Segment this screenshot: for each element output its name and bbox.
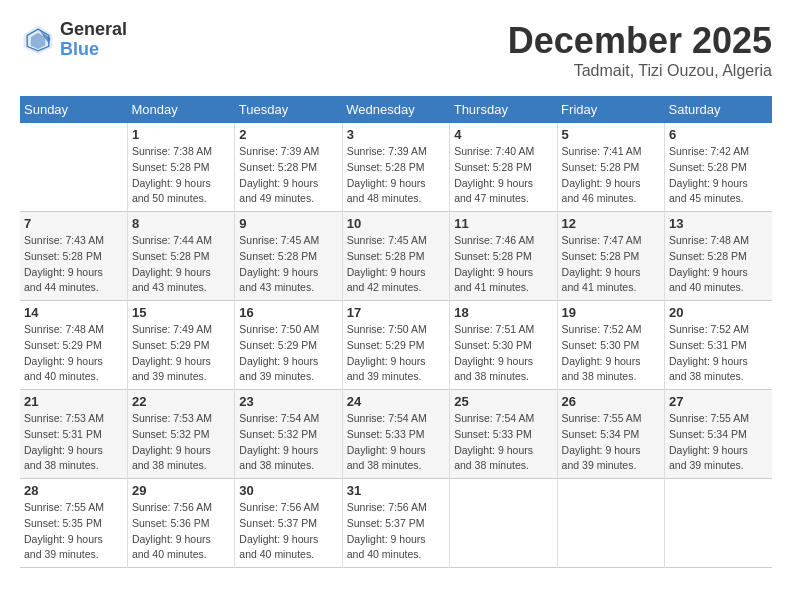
page-header: General Blue December 2025 Tadmait, Tizi… xyxy=(20,20,772,80)
day-number: 2 xyxy=(239,127,337,142)
day-number: 30 xyxy=(239,483,337,498)
day-number: 29 xyxy=(132,483,230,498)
calendar-cell xyxy=(557,479,664,568)
day-info: Sunrise: 7:56 AMSunset: 5:37 PMDaylight:… xyxy=(239,500,337,563)
day-number: 4 xyxy=(454,127,552,142)
calendar-cell: 11Sunrise: 7:46 AMSunset: 5:28 PMDayligh… xyxy=(450,212,557,301)
day-number: 26 xyxy=(562,394,660,409)
header-saturday: Saturday xyxy=(665,96,772,123)
day-info: Sunrise: 7:39 AMSunset: 5:28 PMDaylight:… xyxy=(239,144,337,207)
day-number: 8 xyxy=(132,216,230,231)
calendar-cell xyxy=(20,123,127,212)
day-number: 19 xyxy=(562,305,660,320)
day-info: Sunrise: 7:42 AMSunset: 5:28 PMDaylight:… xyxy=(669,144,768,207)
header-friday: Friday xyxy=(557,96,664,123)
calendar-cell: 13Sunrise: 7:48 AMSunset: 5:28 PMDayligh… xyxy=(665,212,772,301)
day-number: 14 xyxy=(24,305,123,320)
logo-general: General xyxy=(60,20,127,40)
day-info: Sunrise: 7:55 AMSunset: 5:35 PMDaylight:… xyxy=(24,500,123,563)
day-number: 27 xyxy=(669,394,768,409)
calendar-cell: 22Sunrise: 7:53 AMSunset: 5:32 PMDayligh… xyxy=(127,390,234,479)
calendar-cell: 23Sunrise: 7:54 AMSunset: 5:32 PMDayligh… xyxy=(235,390,342,479)
calendar-cell: 5Sunrise: 7:41 AMSunset: 5:28 PMDaylight… xyxy=(557,123,664,212)
calendar-cell xyxy=(665,479,772,568)
day-number: 16 xyxy=(239,305,337,320)
calendar-cell: 18Sunrise: 7:51 AMSunset: 5:30 PMDayligh… xyxy=(450,301,557,390)
calendar-week-2: 7Sunrise: 7:43 AMSunset: 5:28 PMDaylight… xyxy=(20,212,772,301)
header-sunday: Sunday xyxy=(20,96,127,123)
day-number: 10 xyxy=(347,216,445,231)
day-info: Sunrise: 7:39 AMSunset: 5:28 PMDaylight:… xyxy=(347,144,445,207)
day-info: Sunrise: 7:53 AMSunset: 5:32 PMDaylight:… xyxy=(132,411,230,474)
calendar-cell: 9Sunrise: 7:45 AMSunset: 5:28 PMDaylight… xyxy=(235,212,342,301)
logo-blue: Blue xyxy=(60,40,127,60)
day-number: 20 xyxy=(669,305,768,320)
day-info: Sunrise: 7:44 AMSunset: 5:28 PMDaylight:… xyxy=(132,233,230,296)
calendar-cell: 26Sunrise: 7:55 AMSunset: 5:34 PMDayligh… xyxy=(557,390,664,479)
day-number: 7 xyxy=(24,216,123,231)
calendar-week-1: 1Sunrise: 7:38 AMSunset: 5:28 PMDaylight… xyxy=(20,123,772,212)
calendar-cell: 14Sunrise: 7:48 AMSunset: 5:29 PMDayligh… xyxy=(20,301,127,390)
calendar-cell xyxy=(450,479,557,568)
calendar-week-5: 28Sunrise: 7:55 AMSunset: 5:35 PMDayligh… xyxy=(20,479,772,568)
calendar-week-4: 21Sunrise: 7:53 AMSunset: 5:31 PMDayligh… xyxy=(20,390,772,479)
calendar-cell: 31Sunrise: 7:56 AMSunset: 5:37 PMDayligh… xyxy=(342,479,449,568)
calendar-cell: 21Sunrise: 7:53 AMSunset: 5:31 PMDayligh… xyxy=(20,390,127,479)
day-info: Sunrise: 7:56 AMSunset: 5:37 PMDaylight:… xyxy=(347,500,445,563)
day-number: 22 xyxy=(132,394,230,409)
calendar-cell: 2Sunrise: 7:39 AMSunset: 5:28 PMDaylight… xyxy=(235,123,342,212)
calendar-cell: 10Sunrise: 7:45 AMSunset: 5:28 PMDayligh… xyxy=(342,212,449,301)
day-info: Sunrise: 7:48 AMSunset: 5:29 PMDaylight:… xyxy=(24,322,123,385)
calendar-week-3: 14Sunrise: 7:48 AMSunset: 5:29 PMDayligh… xyxy=(20,301,772,390)
logo: General Blue xyxy=(20,20,127,60)
calendar-cell: 15Sunrise: 7:49 AMSunset: 5:29 PMDayligh… xyxy=(127,301,234,390)
calendar-cell: 3Sunrise: 7:39 AMSunset: 5:28 PMDaylight… xyxy=(342,123,449,212)
calendar-cell: 19Sunrise: 7:52 AMSunset: 5:30 PMDayligh… xyxy=(557,301,664,390)
calendar-table: SundayMondayTuesdayWednesdayThursdayFrid… xyxy=(20,96,772,568)
day-number: 24 xyxy=(347,394,445,409)
day-number: 23 xyxy=(239,394,337,409)
calendar-cell: 27Sunrise: 7:55 AMSunset: 5:34 PMDayligh… xyxy=(665,390,772,479)
day-info: Sunrise: 7:48 AMSunset: 5:28 PMDaylight:… xyxy=(669,233,768,296)
calendar-cell: 12Sunrise: 7:47 AMSunset: 5:28 PMDayligh… xyxy=(557,212,664,301)
calendar-cell: 4Sunrise: 7:40 AMSunset: 5:28 PMDaylight… xyxy=(450,123,557,212)
day-number: 28 xyxy=(24,483,123,498)
header-thursday: Thursday xyxy=(450,96,557,123)
day-info: Sunrise: 7:50 AMSunset: 5:29 PMDaylight:… xyxy=(239,322,337,385)
day-number: 11 xyxy=(454,216,552,231)
day-number: 17 xyxy=(347,305,445,320)
day-info: Sunrise: 7:46 AMSunset: 5:28 PMDaylight:… xyxy=(454,233,552,296)
day-info: Sunrise: 7:55 AMSunset: 5:34 PMDaylight:… xyxy=(562,411,660,474)
day-info: Sunrise: 7:56 AMSunset: 5:36 PMDaylight:… xyxy=(132,500,230,563)
day-info: Sunrise: 7:50 AMSunset: 5:29 PMDaylight:… xyxy=(347,322,445,385)
day-info: Sunrise: 7:55 AMSunset: 5:34 PMDaylight:… xyxy=(669,411,768,474)
day-info: Sunrise: 7:40 AMSunset: 5:28 PMDaylight:… xyxy=(454,144,552,207)
header-monday: Monday xyxy=(127,96,234,123)
day-info: Sunrise: 7:49 AMSunset: 5:29 PMDaylight:… xyxy=(132,322,230,385)
calendar-cell: 29Sunrise: 7:56 AMSunset: 5:36 PMDayligh… xyxy=(127,479,234,568)
day-number: 18 xyxy=(454,305,552,320)
day-number: 25 xyxy=(454,394,552,409)
day-info: Sunrise: 7:43 AMSunset: 5:28 PMDaylight:… xyxy=(24,233,123,296)
calendar-cell: 30Sunrise: 7:56 AMSunset: 5:37 PMDayligh… xyxy=(235,479,342,568)
day-number: 13 xyxy=(669,216,768,231)
calendar-cell: 16Sunrise: 7:50 AMSunset: 5:29 PMDayligh… xyxy=(235,301,342,390)
day-info: Sunrise: 7:41 AMSunset: 5:28 PMDaylight:… xyxy=(562,144,660,207)
calendar-cell: 24Sunrise: 7:54 AMSunset: 5:33 PMDayligh… xyxy=(342,390,449,479)
calendar-cell: 25Sunrise: 7:54 AMSunset: 5:33 PMDayligh… xyxy=(450,390,557,479)
header-tuesday: Tuesday xyxy=(235,96,342,123)
day-info: Sunrise: 7:38 AMSunset: 5:28 PMDaylight:… xyxy=(132,144,230,207)
day-info: Sunrise: 7:54 AMSunset: 5:33 PMDaylight:… xyxy=(454,411,552,474)
day-info: Sunrise: 7:47 AMSunset: 5:28 PMDaylight:… xyxy=(562,233,660,296)
day-info: Sunrise: 7:54 AMSunset: 5:33 PMDaylight:… xyxy=(347,411,445,474)
day-number: 6 xyxy=(669,127,768,142)
subtitle: Tadmait, Tizi Ouzou, Algeria xyxy=(508,62,772,80)
day-number: 31 xyxy=(347,483,445,498)
calendar-cell: 17Sunrise: 7:50 AMSunset: 5:29 PMDayligh… xyxy=(342,301,449,390)
calendar-cell: 28Sunrise: 7:55 AMSunset: 5:35 PMDayligh… xyxy=(20,479,127,568)
day-number: 3 xyxy=(347,127,445,142)
day-info: Sunrise: 7:45 AMSunset: 5:28 PMDaylight:… xyxy=(239,233,337,296)
main-title: December 2025 xyxy=(508,20,772,62)
day-info: Sunrise: 7:52 AMSunset: 5:31 PMDaylight:… xyxy=(669,322,768,385)
day-number: 9 xyxy=(239,216,337,231)
